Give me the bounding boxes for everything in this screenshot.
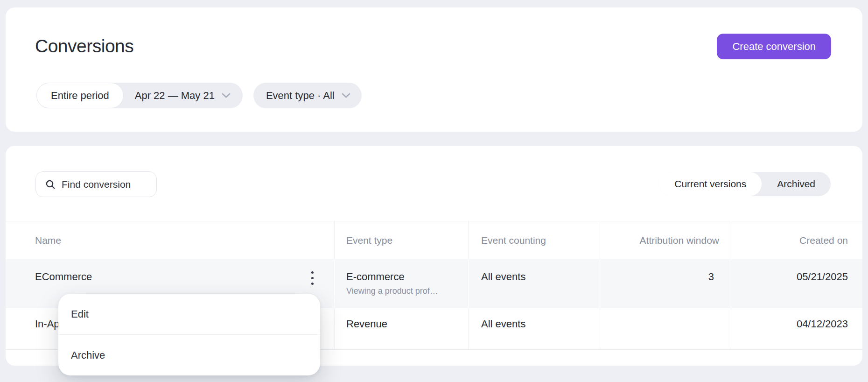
tab-archived[interactable]: Archived (762, 172, 831, 196)
row-event-type: Revenue (346, 318, 468, 331)
create-conversion-button[interactable]: Create conversion (717, 34, 831, 59)
column-header-event-type: Event type (334, 221, 468, 259)
row-actions-kebab-icon[interactable] (303, 266, 322, 290)
chevron-down-icon (342, 93, 350, 98)
version-toggle: Current versions Archived (659, 172, 831, 196)
row-attribution-window: 3 (600, 259, 731, 308)
column-header-name: Name (6, 221, 334, 259)
row-name: In-Ap (35, 318, 60, 330)
entire-period-button[interactable]: Entire period (36, 83, 124, 108)
context-menu: Edit Archive (58, 294, 320, 375)
column-header-created-on: Created on (731, 221, 862, 259)
date-range-label: Apr 22 — May 21 (135, 90, 215, 102)
date-filter-group: Entire period Apr 22 — May 21 (36, 83, 243, 108)
table-header-row: Name Event type Event counting Attributi… (6, 221, 862, 259)
menu-item-archive[interactable]: Archive (58, 335, 320, 375)
row-name: ECommerce (35, 271, 92, 283)
page-title: Conversions (35, 36, 133, 57)
conversions-page: Conversions Create conversion Entire per… (0, 0, 868, 382)
search-box[interactable] (35, 171, 157, 197)
row-created-on: 05/21/2025 (731, 259, 862, 308)
row-event-type: E-commerce (346, 270, 468, 283)
column-header-attribution-window: Attribution window (600, 221, 731, 259)
column-header-event-counting: Event counting (468, 221, 600, 259)
row-event-counting: All events (468, 259, 600, 308)
row-event-type-note: Viewing a product prof… (346, 286, 468, 296)
tab-current-versions[interactable]: Current versions (659, 172, 762, 196)
search-icon (45, 179, 56, 190)
row-attribution-window (600, 308, 731, 349)
filter-bar: Entire period Apr 22 — May 21 Event type… (36, 83, 362, 108)
date-range-dropdown[interactable]: Apr 22 — May 21 (124, 83, 243, 108)
row-event-counting: All events (468, 308, 600, 349)
header-card: Conversions Create conversion Entire per… (6, 7, 862, 132)
chevron-down-icon (222, 93, 231, 98)
row-created-on: 04/12/2023 (731, 308, 862, 349)
search-input[interactable] (62, 179, 151, 190)
event-type-dropdown[interactable]: Event type · All (253, 83, 362, 108)
event-type-label: Event type · All (266, 90, 335, 102)
menu-item-edit[interactable]: Edit (58, 294, 320, 334)
